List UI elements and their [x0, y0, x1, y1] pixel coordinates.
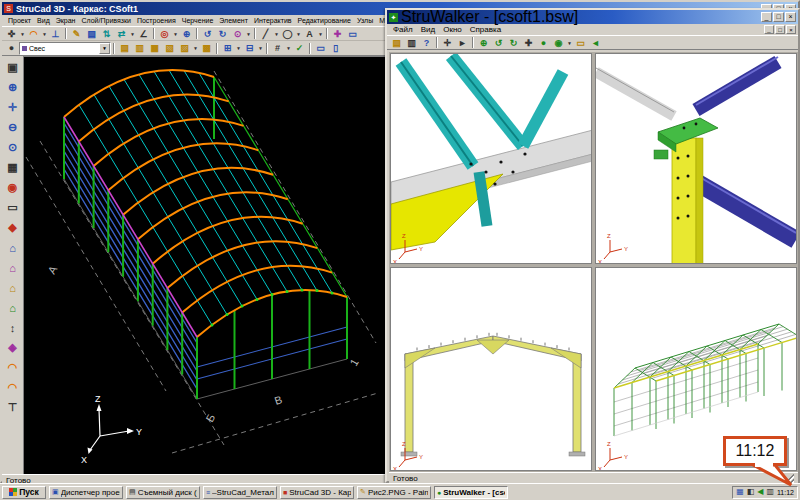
panel-icon[interactable]: ▯: [328, 42, 343, 55]
mdi-close-button[interactable]: ×: [786, 25, 796, 34]
dropdown-arrow-icon[interactable]: ▾: [257, 42, 264, 55]
device-tray-icon[interactable]: ◧: [747, 488, 755, 496]
help-icon[interactable]: ?: [419, 36, 434, 49]
viewport-connection-1[interactable]: Z Y X: [390, 53, 592, 264]
walk-icon[interactable]: ◄: [588, 36, 603, 49]
menu-element[interactable]: Элемент: [216, 17, 251, 24]
combo-dropdown-icon[interactable]: ▾: [99, 43, 110, 54]
close-button[interactable]: ×: [785, 12, 796, 22]
dropdown-arrow-icon[interactable]: ▾: [566, 36, 573, 49]
mdi-minimize-button[interactable]: _: [764, 25, 774, 34]
copy-props-icon[interactable]: ▤: [84, 27, 99, 40]
mesh-icon[interactable]: ▦: [147, 42, 162, 55]
line-icon[interactable]: ╱: [258, 27, 273, 40]
model-green-icon[interactable]: ⌂: [3, 298, 22, 317]
dropdown-arrow-icon[interactable]: ▾: [245, 27, 252, 40]
menu-file[interactable]: Файл: [389, 25, 417, 34]
target-icon[interactable]: ◉: [3, 178, 22, 197]
menu-view[interactable]: Вид: [417, 25, 439, 34]
angle-icon[interactable]: ∠: [136, 27, 151, 40]
menu-view[interactable]: Вид: [34, 17, 53, 24]
model-canvas[interactable]: А Б В 1: [24, 56, 388, 474]
level-icon[interactable]: ⊤: [3, 398, 22, 417]
menu-project[interactable]: Проект: [5, 17, 34, 24]
shade-icon[interactable]: ⊙: [230, 27, 245, 40]
dropdown-arrow-icon[interactable]: ▾: [41, 27, 48, 40]
menu-drafting[interactable]: Черчение: [179, 17, 217, 24]
surface-icon[interactable]: ▤: [117, 42, 132, 55]
sphere-icon[interactable]: ●: [536, 36, 551, 49]
menu-edit[interactable]: Редактирование: [295, 17, 354, 24]
task-struwalker[interactable]: ● StruWalker - [csoft1...: [434, 486, 508, 499]
add-icon[interactable]: ✚: [521, 36, 536, 49]
dropdown-arrow-icon[interactable]: ▾: [317, 27, 324, 40]
check-icon[interactable]: ✓: [292, 42, 307, 55]
text-icon[interactable]: A: [302, 27, 317, 40]
task-project-manager[interactable]: ▣ Диспетчер проектов St...: [49, 486, 123, 499]
grid-minus-icon[interactable]: ⊟: [242, 42, 257, 55]
attach-icon[interactable]: ⊕: [179, 27, 194, 40]
menu-window[interactable]: Окно: [439, 25, 466, 34]
sketch-icon[interactable]: ✎: [69, 27, 84, 40]
orbit-icon[interactable]: ◠: [26, 27, 41, 40]
numbering-icon[interactable]: #: [270, 42, 285, 55]
target-icon[interactable]: ◉: [551, 36, 566, 49]
pan-icon[interactable]: ✛: [3, 98, 22, 117]
tray-clock[interactable]: 11:12: [777, 489, 794, 496]
zoom-icon[interactable]: ⊕: [476, 36, 491, 49]
mdi-restore-button[interactable]: □: [775, 25, 785, 34]
move-icon[interactable]: ✜: [4, 27, 19, 40]
hatch-a-icon[interactable]: ▧: [162, 42, 177, 55]
frame-icon[interactable]: ▭: [345, 27, 360, 40]
menu-joints[interactable]: Узлы: [354, 17, 376, 24]
dropdown-arrow-icon[interactable]: ▾: [129, 27, 136, 40]
model-yellow-icon[interactable]: ⌂: [3, 278, 22, 297]
dropdown-arrow-icon[interactable]: ▾: [192, 42, 199, 55]
circle-icon[interactable]: ◯: [280, 27, 295, 40]
menu-help[interactable]: Справка: [466, 25, 505, 34]
menu-interactive[interactable]: Интерактив: [251, 17, 295, 24]
viewport-connection-2[interactable]: Z Y X: [595, 53, 797, 264]
zoom-extents-icon[interactable]: ⊙: [3, 138, 22, 157]
plate-icon[interactable]: ▥: [132, 42, 147, 55]
volume-tray-icon[interactable]: ◀: [757, 488, 763, 496]
dropdown-arrow-icon[interactable]: ▾: [295, 27, 302, 40]
panel-icon[interactable]: ▭: [573, 36, 588, 49]
task-removable-disk[interactable]: ▤ Съемный диск (F:): [126, 486, 200, 499]
pick-icon[interactable]: ►: [455, 36, 470, 49]
menu-layer-snaps[interactable]: Слой/Привязки: [78, 17, 133, 24]
open-icon[interactable]: ▤: [389, 36, 404, 49]
zoom-out-icon[interactable]: ⊖: [3, 118, 22, 137]
gem-icon[interactable]: ◆: [3, 218, 22, 237]
dropdown-arrow-icon[interactable]: ▾: [273, 27, 280, 40]
display-tray-icon[interactable]: ▦: [736, 488, 744, 496]
maximize-button[interactable]: □: [773, 12, 784, 22]
rotate-cw-icon[interactable]: ↻: [215, 27, 230, 40]
network-tray-icon[interactable]: ▥: [766, 488, 774, 496]
node-icon[interactable]: ◈: [3, 338, 22, 357]
arc-lower-icon[interactable]: ◠: [3, 378, 22, 397]
minimize-button[interactable]: _: [761, 12, 772, 22]
ucs-icon[interactable]: ⊥: [48, 27, 63, 40]
screen-icon[interactable]: ▭: [3, 198, 22, 217]
dropdown-arrow-icon[interactable]: ▾: [285, 42, 292, 55]
model-blue-icon[interactable]: ⌂: [3, 238, 22, 257]
zoom-window-icon[interactable]: ⊕: [3, 78, 22, 97]
table-icon[interactable]: ▭: [313, 42, 328, 55]
mask-icon[interactable]: ▦: [3, 158, 22, 177]
mark-icon[interactable]: ✚: [330, 27, 345, 40]
print-icon[interactable]: ▥: [404, 36, 419, 49]
hatch-c-icon[interactable]: ▩: [199, 42, 214, 55]
menu-screen[interactable]: Экран: [53, 17, 79, 24]
task-strucad-doc[interactable]: ≡ –StruCad_Металлокар...: [203, 486, 277, 499]
dropdown-arrow-icon[interactable]: ▾: [19, 27, 26, 40]
node-up-icon[interactable]: ⇅: [99, 27, 114, 40]
start-button[interactable]: Пуск: [2, 486, 46, 499]
sphere-icon[interactable]: ●: [4, 42, 19, 55]
layer-combo[interactable]: Свес ▾: [19, 42, 111, 55]
hatch-b-icon[interactable]: ▨: [177, 42, 192, 55]
redraw-icon[interactable]: ▣: [3, 58, 22, 77]
task-strucad[interactable]: ■ StruCad 3D - Каркас: C...: [280, 486, 354, 499]
struwalker-titlebar[interactable]: ✦ StruWalker - [csoft1.bsw] _ □ ×: [387, 10, 798, 24]
viewport-frame-elevation[interactable]: Z Y X: [390, 267, 592, 471]
